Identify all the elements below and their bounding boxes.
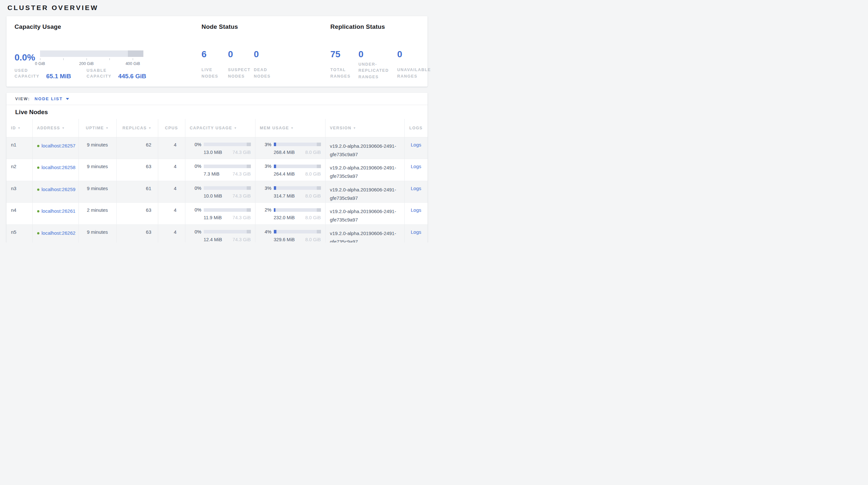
live-nodes-stat: 6 LIVE NODES [202, 45, 228, 80]
live-status-dot-icon [37, 167, 39, 169]
capacity-total-value: 74.3 GiB [232, 237, 251, 242]
dead-nodes-stat: 0 DEAD NODES [254, 45, 289, 80]
table-row: n2 localhost:26258 9 minutes 63 4 0% 7.3… [6, 159, 428, 181]
live-nodes-label: LIVE NODES [202, 67, 220, 80]
unavailable-ranges-stat: 0 UNAVAILABLE RANGES [397, 45, 434, 80]
mem-usage-bar [274, 208, 321, 212]
mem-total-value: 8.0 GiB [305, 215, 321, 220]
axis-tick-label: 200 GiB [79, 61, 94, 66]
table-row: n1 localhost:26257 9 minutes 62 4 0% 13.… [6, 137, 428, 159]
mem-total-value: 8.0 GiB [305, 171, 321, 176]
chevron-down-icon [66, 98, 69, 100]
replicas-cell: 62 [116, 137, 158, 159]
mem-usage-fill [274, 230, 277, 233]
node-address-cell: localhost:26261 [32, 203, 79, 225]
node-id-cell: n2 [6, 159, 32, 181]
mem-usage-cell: 4% 329.6 MiB 8.0 GiB [255, 224, 325, 242]
mem-other-segment [317, 208, 321, 212]
node-address-link[interactable]: localhost:26259 [42, 187, 75, 192]
capacity-usage-gauge: 0.0% 0 GiB 200 GiB 400 GiB [14, 49, 144, 66]
replicas-cell: 61 [116, 181, 158, 203]
logs-link[interactable]: Logs [411, 164, 422, 169]
used-capacity-label: USED CAPACITY [14, 67, 42, 80]
node-address-cell: localhost:26262 [32, 224, 79, 242]
live-nodes-heading: Live Nodes [6, 105, 428, 119]
node-address-link[interactable]: localhost:26262 [42, 230, 75, 236]
sort-arrow-icon: ▼ [62, 126, 65, 130]
capacity-usage-bar [204, 208, 251, 212]
column-header-id[interactable]: ID▼ [6, 119, 32, 137]
axis-tick [40, 58, 40, 60]
node-id-cell: n1 [6, 137, 32, 159]
live-status-dot-icon [37, 210, 39, 212]
node-address-link[interactable]: localhost:26258 [42, 165, 75, 170]
unavailable-ranges-label: UNAVAILABLE RANGES [397, 67, 434, 80]
node-id-cell: n4 [6, 203, 32, 225]
table-row: n3 localhost:26259 9 minutes 61 4 0% 10.… [6, 181, 428, 203]
live-status-dot-icon [37, 189, 39, 191]
capacity-other-segment [247, 143, 251, 146]
cpus-cell: 4 [158, 224, 185, 242]
column-header-replicas[interactable]: REPLICAS▼ [116, 119, 158, 137]
mem-usage-fill [274, 143, 276, 146]
total-ranges-stat: 75 TOTAL RANGES [330, 45, 359, 80]
capacity-other-segment [247, 186, 251, 190]
mem-usage-cell: 3% 264.4 MiB 8.0 GiB [255, 159, 325, 181]
capacity-usage-bar [204, 186, 251, 190]
usable-capacity-label: USABLE CAPACITY [87, 67, 114, 80]
axis-tick [133, 58, 133, 60]
mem-used-value: 268.4 MiB [274, 150, 295, 155]
uptime-cell: 9 minutes [79, 137, 116, 159]
column-header-version[interactable]: VERSION▼ [325, 119, 404, 137]
capacity-total-value: 74.3 GiB [232, 193, 251, 199]
mem-used-value: 329.6 MiB [274, 237, 295, 242]
mem-percent: 3% [260, 142, 272, 147]
total-ranges-value: 75 [330, 45, 359, 61]
axis-tick-label: 400 GiB [126, 61, 140, 66]
logs-link[interactable]: Logs [411, 229, 422, 235]
version-cell: v19.2.0-alpha.20190606-2491-gfe735c9a97 [325, 224, 404, 242]
capacity-used-value: 7.3 MiB [204, 171, 220, 176]
node-address-link[interactable]: localhost:26261 [42, 208, 75, 214]
under-replicated-ranges-value: 0 [359, 45, 397, 61]
logs-link[interactable]: Logs [411, 207, 422, 213]
uptime-cell: 9 minutes [79, 181, 116, 203]
column-header-uptime[interactable]: UPTIME▼ [79, 119, 116, 137]
mem-percent: 4% [260, 229, 272, 234]
capacity-percent: 0% [190, 229, 202, 234]
capacity-percent: 0% [190, 142, 202, 147]
capacity-usage-cell: 0% 13.0 MiB 74.3 GiB [185, 137, 255, 159]
page-title: CLUSTER OVERVIEW [7, 4, 434, 12]
capacity-total-value: 74.3 GiB [232, 150, 251, 155]
mem-other-segment [317, 143, 321, 146]
view-selector-dropdown[interactable]: NODE LIST [35, 96, 69, 101]
mem-used-value: 232.0 MiB [274, 215, 295, 220]
node-address-link[interactable]: localhost:26257 [42, 143, 75, 148]
capacity-usage-bar [204, 165, 251, 168]
logs-link[interactable]: Logs [411, 142, 422, 147]
column-header-address[interactable]: ADDRESS▼ [32, 119, 79, 137]
used-capacity-value: 65.1 MiB [46, 73, 71, 80]
mem-total-value: 8.0 GiB [305, 193, 321, 199]
mem-usage-bar [274, 230, 321, 233]
column-header-mem-usage[interactable]: MEM USAGE▼ [255, 119, 325, 137]
total-ranges-label: TOTAL RANGES [330, 67, 352, 80]
cpus-cell: 4 [158, 137, 185, 159]
suspect-nodes-label: SUSPECT NODES [228, 67, 254, 80]
column-header-capacity-usage[interactable]: CAPACITY USAGE▼ [185, 119, 255, 137]
capacity-summary-values: USED CAPACITY 65.1 MiB USABLE CAPACITY 4… [14, 67, 146, 80]
mem-percent: 2% [260, 207, 272, 212]
capacity-other-segment [247, 208, 251, 212]
axis-tick [110, 58, 110, 60]
dead-nodes-label: DEAD NODES [254, 67, 275, 80]
mem-other-segment [317, 186, 321, 190]
logs-link[interactable]: Logs [411, 186, 422, 191]
uptime-cell: 2 minutes [79, 203, 116, 225]
version-cell: v19.2.0-alpha.20190606-2491-gfe735c9a97 [325, 203, 404, 225]
mem-usage-cell: 3% 314.7 MiB 8.0 GiB [255, 181, 325, 203]
capacity-used-value: 10.0 MiB [204, 193, 222, 199]
logs-cell: Logs [404, 224, 428, 242]
capacity-used-value: 12.4 MiB [204, 237, 222, 242]
logs-cell: Logs [404, 181, 428, 203]
sort-arrow-icon: ▼ [353, 126, 356, 130]
